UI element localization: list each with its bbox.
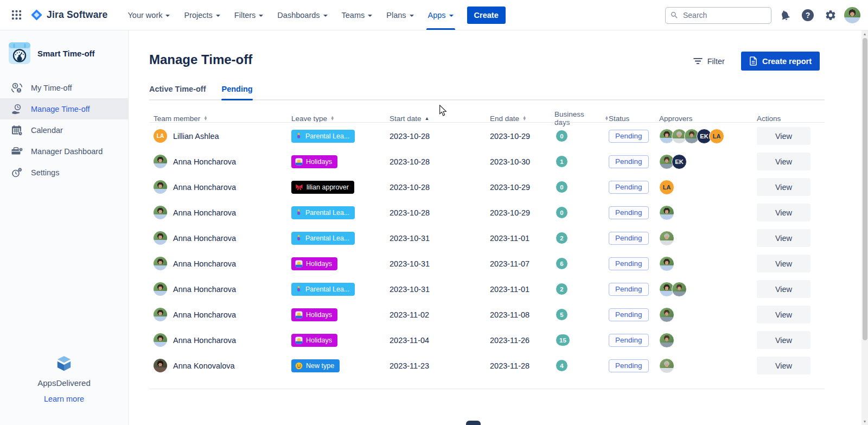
column-header-team-member[interactable]: Team member▲▼ [154,115,291,123]
sidebar-item-settings[interactable]: Settings [0,162,128,183]
approvers-group [659,333,757,348]
status-badge: Pending [609,359,649,372]
tab-pending[interactable]: Pending [221,85,252,99]
end-date: 2023-10-29 [490,183,554,192]
nav-item-filters[interactable]: Filters [227,0,270,30]
status-cell: Pending [609,155,659,168]
page-2-button[interactable]: 2 [489,421,503,425]
settings-gear-icon[interactable] [821,6,840,24]
view-button[interactable]: View [757,357,810,375]
member-avatar [154,231,167,245]
scrollbar-down-arrow[interactable]: ▼ [861,418,868,425]
approvers-group [659,282,757,297]
vertical-scrollbar[interactable]: ▲ ▼ [861,30,868,425]
tab-bar: Active Time-off Pending [149,85,825,100]
notifications-bell-icon[interactable] [776,6,794,24]
chevron-down-icon [449,15,454,17]
start-date: 2023-10-28 [390,132,490,141]
leave-type-cell: Parental Lea... [291,130,390,143]
create-report-button[interactable]: Create report [741,52,820,71]
member-name: Anna Konovalova [173,361,235,370]
status-badge: Pending [609,283,649,296]
member-name: Anna Honcharova [173,183,236,192]
end-date: 2023-10-30 [490,157,554,166]
manage-timeoff-icon [10,103,23,116]
approver-avatar [659,333,674,348]
view-button[interactable]: View [757,229,810,247]
tab-active-timeoff[interactable]: Active Time-off [149,85,206,99]
sidebar-item-my-timeoff[interactable]: My Time-off [0,77,128,98]
actions-cell: View [757,280,818,298]
prev-page-button[interactable] [445,422,458,425]
leave-type-label: Holidays [306,311,332,319]
sort-icon: ▲▼ [605,116,609,121]
filter-button[interactable]: Filter [690,56,728,66]
nav-item-plans[interactable]: Plans [379,0,420,30]
start-date: 2023-11-04 [390,336,490,345]
table-row: Anna HoncharovaHolidays2023-11-042023-11… [154,327,818,353]
scrollbar-up-arrow[interactable]: ▲ [861,30,868,37]
actions-cell: View [757,357,818,375]
search-box[interactable] [665,7,771,24]
nav-item-your-work[interactable]: Your work [121,0,177,30]
approvers-group [659,307,757,322]
create-button[interactable]: Create [467,7,506,24]
leave-type-label: Holidays [306,260,332,268]
business-days-badge: 4 [556,360,567,371]
end-date: 2023-11-01 [490,234,554,243]
leave-type-label: Parental Lea... [305,209,349,217]
status-badge: Pending [609,334,649,347]
team-member-cell: Anna Honcharova [154,282,291,296]
logo-text: Jira Software [47,9,108,21]
column-header-approvers: Approvers [659,115,757,123]
user-avatar[interactable] [844,7,860,23]
next-page-button[interactable] [512,422,525,425]
nav-item-projects[interactable]: Projects [177,0,227,30]
leave-type-icon [295,311,303,319]
sidebar-item-calendar[interactable]: Calendar [0,119,128,141]
member-name: Anna Honcharova [173,310,236,319]
leave-type-icon [295,286,302,293]
view-button[interactable]: View [757,331,810,349]
business-days-badge: 0 [556,181,567,193]
jira-diamond-icon [30,9,43,21]
view-button[interactable]: View [757,306,810,323]
column-header-leave-type[interactable]: Leave type▲▼ [291,115,390,123]
business-days-badge: 5 [556,309,567,320]
start-date: 2023-10-31 [390,285,490,294]
end-date: 2023-11-26 [490,336,554,345]
end-date: 2023-10-29 [490,208,554,217]
learn-more-link[interactable]: Learn more [0,395,128,403]
help-icon[interactable]: ? [799,6,817,24]
column-header-end-date[interactable]: End date▲▼ [490,115,554,123]
view-button[interactable]: View [757,127,810,145]
actions-cell: View [757,127,818,145]
search-input[interactable] [682,10,767,20]
sort-asc-icon: ▲ [425,116,430,121]
jira-logo[interactable]: Jira Software [30,9,108,21]
scrollbar-thumb[interactable] [863,38,867,340]
table-row: LALillian AshleaParental Lea...2023-10-2… [154,123,818,149]
sidebar-item-manage-timeoff[interactable]: Manage Time-off [0,98,128,119]
view-button[interactable]: View [757,204,810,221]
sidebar-item-manager-dashboard[interactable]: Manager Dashboard [0,141,128,162]
page-1-button[interactable]: 1 [466,421,481,425]
column-header-start-date[interactable]: Start date▲ [390,115,490,123]
nav-item-apps[interactable]: Apps [421,0,461,30]
approvers-group: EKLA [659,129,757,144]
view-button[interactable]: View [757,178,810,196]
nav-item-dashboards[interactable]: Dashboards [270,0,334,30]
leave-type-cell: Holidays [291,257,390,270]
nav-item-teams[interactable]: Teams [335,0,380,30]
approvers-group [659,205,757,220]
view-button[interactable]: View [757,255,810,272]
view-button[interactable]: View [757,153,810,170]
status-cell: Pending [609,334,659,347]
top-navigation-bar: Jira Software Your work Projects Filters… [0,0,868,30]
leave-type-icon [295,234,302,242]
business-days-badge: 2 [556,283,567,295]
team-member-cell: Anna Honcharova [154,333,291,347]
approvers-group [659,231,757,246]
view-button[interactable]: View [757,280,810,298]
app-switcher-icon[interactable] [8,7,25,24]
